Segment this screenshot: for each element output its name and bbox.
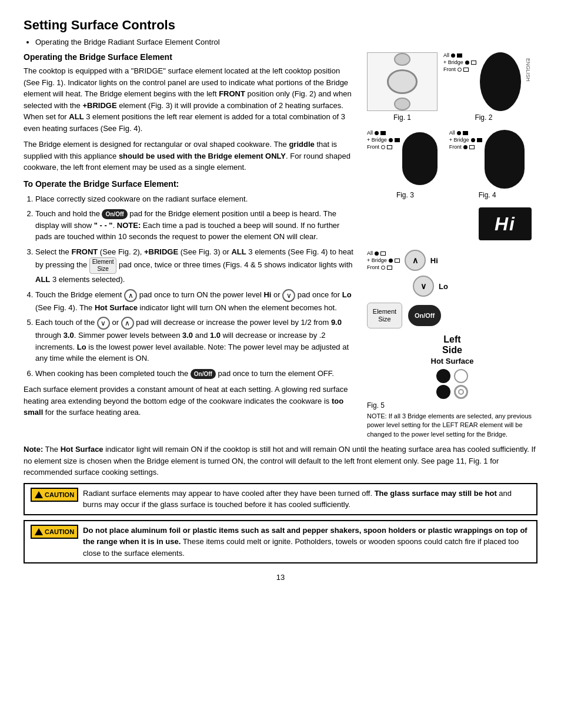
hi-display-area: Hi [367,207,537,244]
step-4: Touch the Bridge element ∧ pad once to t… [35,289,358,314]
figs-top-row: Fig. 1 All + Bridge [367,52,537,122]
fig4-bridge-sq [477,138,482,142]
fig3-label: Fig. 3 [367,191,443,199]
step-1: Place correctly sized cookware on the ra… [35,193,358,205]
fig4-shape [485,130,525,189]
fig3-indicators: All + Bridge Front [367,130,400,150]
fig1-burner-bot [394,98,410,110]
cp-front-sq [387,266,392,270]
bottom-buttons-row: ElementSize On/Off [367,303,537,328]
page-title: Setting Surface Controls [24,18,537,33]
cp-all-row: All [367,250,400,256]
fig4-front-row: Front [449,144,482,150]
fig3-all-sq [380,131,386,135]
fig3-box: All + Bridge Front [367,130,443,199]
fig4-indicators: All + Bridge Front [449,130,482,150]
bullet-item: Operating the Bridge Radiant Surface Ele… [35,38,537,46]
fig2-front-sq [463,68,469,72]
hi-label: Hi [430,256,438,265]
fig2-front-dot [458,68,462,72]
caution1-text: Radiant surface elements may appear to h… [83,488,530,511]
down-btn-row: ∨ Lo [413,276,537,297]
fig1-box: Fig. 1 [367,52,438,122]
fig4-all-dot [457,131,461,135]
hs-off-1 [454,369,468,383]
onoff-button[interactable]: On/Off [408,305,441,326]
fig4-bridge-dot [471,138,475,142]
figs-mid-row: All + Bridge Front [367,130,537,199]
caution1-badge: CAUTION [31,488,78,502]
fig3-shape [402,132,438,185]
up-button[interactable]: ∧ [405,250,426,271]
fig4-visual [485,130,526,189]
caution1-box: CAUTION Radiant surface elements may app… [24,483,537,515]
up-arrow-step4: ∧ [124,289,137,302]
hi-display: Hi [479,207,532,240]
cp-all-sq [380,251,386,256]
step-2: Touch and hold the On/Off pad for the Br… [35,208,358,243]
fig4-bridge-row: + Bridge [449,137,482,143]
steps-list: Place correctly sized cookware on the ra… [35,193,358,380]
note-box: Note: The Hot Surface indicator light wi… [24,444,537,478]
fig3-visual [402,130,443,189]
body-bottom1: Each surface element provides a constant… [24,384,358,418]
right-column: Fig. 1 All + Bridge [367,52,537,439]
section2-heading: To Operate the Bridge Surface Element: [24,179,358,189]
step-5: Each touch of the ∨ or ∧ pad will decrea… [35,317,358,364]
down-arrow-step4: ∨ [282,289,295,302]
fig3-front-sq [387,145,392,149]
hot-surface-label: Hot Surface [367,357,537,365]
fig4-front-dot [463,145,468,149]
fig2-bridge-sq [471,61,476,65]
fig2-visual: ENGLISH [480,52,524,111]
fig2-bridge-dot [465,61,469,65]
up-arrow-step5: ∧ [121,317,134,330]
fig3-front-dot [381,145,385,149]
fig4-all-row: All [449,130,482,136]
hs-on-1 [436,369,450,383]
fig2-indicators: All + Bridge Front [443,52,476,72]
fig2-sidebar-text: ENGLISH [525,58,531,82]
down-button[interactable]: ∨ [413,276,434,297]
section1-heading: Operating the Bridge Surface Element [24,52,358,62]
fig2-all-sq [457,53,462,58]
fig4-all-sq [463,131,468,135]
hs-inner [458,389,464,395]
main-layout: Operating the Bridge Surface Element The… [24,52,537,439]
fig3-all-dot [375,131,379,135]
fig2-bridge-row: + Bridge [443,59,476,65]
cp-bridge-dot [389,259,393,263]
cp-front-row: Front [367,264,400,270]
fig2-black-circle [480,52,521,111]
fig2-label: Fig. 2 [443,113,524,122]
element-size-badge-step3: ElementSize [89,257,117,274]
fig1-image [367,52,438,111]
fig1-burner-top [394,53,410,66]
step-6: When cooking has been completed touch th… [35,368,358,380]
hs-on-2 [436,385,450,399]
caution2-text: Do not place aluminum foil or plastic it… [83,525,530,559]
hot-surface-indicators [367,369,537,399]
onoff-badge-step6: On/Off [191,369,216,379]
fig1-label: Fig. 1 [367,113,438,122]
fig3-bridge-sq [395,138,400,142]
cp-bridge-row: + Bridge [367,257,400,263]
up-btn-area: ∧ [405,250,426,271]
element-size-button[interactable]: ElementSize [367,303,402,328]
fig3-bridge-row: + Bridge [367,137,400,143]
onoff-badge-step2: On/Off [102,209,127,219]
fig4-label: Fig. 4 [449,191,526,199]
hs-target-1 [454,385,468,399]
left-column: Operating the Bridge Surface Element The… [24,52,358,439]
down-arrow-step5: ∨ [97,317,110,330]
lo-label: Lo [439,282,448,291]
left-side-area: LeftSide Hot Surface [367,334,537,399]
section1-body2: The Bridge element is designed for recta… [24,139,358,173]
fig2-box: All + Bridge Front [443,52,524,122]
fig5-label: Fig. 5 [367,401,537,410]
section1-body1: The cooktop is equipped with a "BRIDGE" … [24,65,358,134]
note-right: NOTE: If all 3 Bridge elements are selec… [367,412,537,439]
fig4-box: All + Bridge Front [449,130,526,199]
fig4-front-sq [469,145,475,149]
caution2-triangle-icon [35,528,43,535]
